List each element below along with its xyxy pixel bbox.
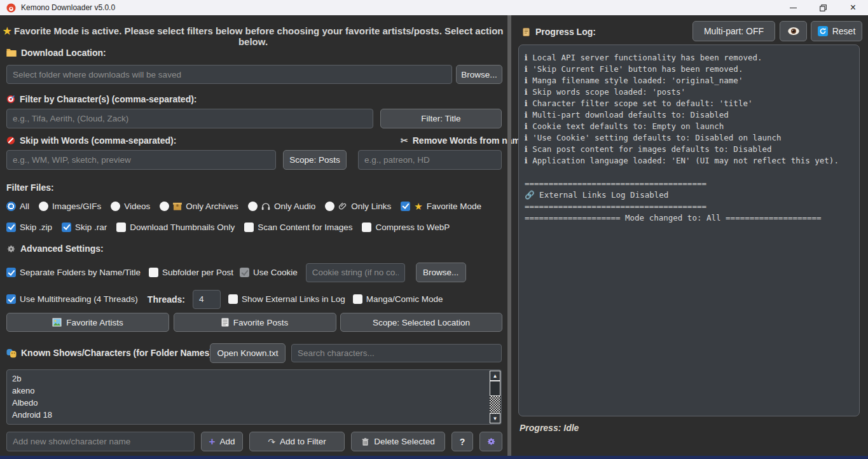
down-arrow-icon[interactable]: ▼	[490, 413, 500, 423]
browse-cookie-button[interactable]: Browse...	[416, 263, 466, 282]
scroll-icon	[521, 27, 531, 37]
add-to-filter-button[interactable]: ↷ Add to Filter	[249, 432, 345, 451]
headphones-icon	[261, 202, 270, 210]
checkbox-label: Skip .zip	[20, 223, 52, 232]
radio-only-links[interactable]: Only Links	[325, 202, 391, 211]
help-button[interactable]: ?	[451, 432, 473, 451]
star-icon: ★	[3, 25, 11, 36]
character-list[interactable]: 2bakenoAlbedoAndroid 18Android 21 ▲ ▼	[6, 369, 502, 425]
list-scrollbar[interactable]: ▲ ▼	[490, 371, 500, 423]
checkbox-skip-rar[interactable]: Skip .rar	[62, 223, 107, 232]
browse-download-button[interactable]: Browse...	[456, 65, 502, 84]
checkbox-use-cookie[interactable]: Use Cookie	[240, 268, 298, 277]
checkbox-download-thumbnails-only[interactable]: Download Thumbnails Only	[116, 223, 235, 232]
character-filter-input[interactable]	[6, 109, 373, 128]
cookie-string-input[interactable]	[306, 263, 405, 282]
scope-selected-location-button[interactable]: Scope: Selected Location	[340, 313, 502, 332]
delete-selected-button[interactable]: Delete Selected	[351, 432, 445, 451]
download-location-input[interactable]	[6, 65, 452, 84]
checkbox-indicator	[6, 268, 16, 277]
checkbox-indicator	[6, 294, 16, 304]
checkbox-manga-mode[interactable]: Manga/Comic Mode	[353, 294, 443, 304]
archive-box-icon	[173, 202, 182, 210]
window-title: Kemono Downloader v5.0.0	[21, 3, 115, 12]
up-arrow-icon[interactable]: ▲	[490, 371, 500, 381]
checkbox-compress-to-webp[interactable]: Compress to WebP	[362, 223, 450, 232]
radio-only-audio[interactable]: Only Audio	[248, 202, 315, 211]
checkbox-separate-folders[interactable]: Separate Folders by Name/Title	[6, 268, 141, 277]
list-item[interactable]: Albedo	[12, 397, 501, 409]
progress-log-output[interactable]: ℹ Local API server functionality has bee…	[518, 45, 860, 416]
checkbox-indicator	[62, 223, 71, 232]
radio-indicator	[39, 202, 48, 211]
checkbox-skip-zip[interactable]: Skip .zip	[6, 223, 52, 232]
settings-button[interactable]	[479, 432, 502, 451]
plus-icon: +	[209, 436, 216, 447]
bottom-bar: + Add ↷ Add to Filter Delete Selected ?	[6, 432, 502, 451]
radio-only-archives[interactable]: Only Archives	[160, 202, 238, 211]
checkbox-indicator	[353, 294, 362, 304]
list-item[interactable]: akeno	[12, 385, 501, 397]
gear-icon	[486, 437, 496, 446]
radio-label: Only Links	[351, 202, 391, 211]
radio-label: Videos	[124, 202, 150, 211]
threads-input[interactable]	[193, 290, 221, 309]
maximize-restore-icon	[820, 4, 827, 11]
remove-words-input[interactable]	[358, 150, 502, 170]
masks-icon	[6, 348, 17, 358]
add-button[interactable]: + Add	[201, 432, 243, 451]
known-characters-label: Known Shows/Characters (for Folder Names…	[6, 348, 216, 358]
trash-icon	[361, 437, 369, 446]
advanced-row-1: Separate Folders by Name/Title Subfolder…	[6, 263, 466, 282]
maximize-button[interactable]	[808, 0, 838, 15]
skip-words-label: Skip with Words (comma-separated):	[6, 135, 176, 146]
filter-files-checkbox-row: Skip .zipSkip .rarDownload Thumbnails On…	[6, 221, 450, 233]
filter-files-radio-row: AllImages/GIFsVideosOnly ArchivesOnly Au…	[6, 200, 481, 212]
open-known-txt-button[interactable]: Open Known.txt	[210, 343, 286, 363]
checkbox-indicator	[362, 223, 371, 232]
radio-videos[interactable]: Videos	[111, 202, 150, 211]
star-icon: ★	[414, 202, 422, 211]
skip-words-input[interactable]	[6, 150, 276, 170]
checkbox-indicator	[240, 268, 249, 277]
checkbox-subfolder-per-post[interactable]: Subfolder per Post	[149, 268, 233, 277]
favorite-mode-banner: ★ Favorite Mode is active. Please select…	[0, 25, 506, 47]
reset-button[interactable]: Reset	[811, 21, 862, 41]
minimize-button[interactable]	[778, 0, 808, 15]
checkbox-use-multithreading[interactable]: Use Multithreading (4 Threads)	[6, 294, 138, 304]
list-item[interactable]: Android 18	[12, 409, 501, 421]
reset-icon	[818, 26, 828, 36]
checkbox-indicator	[401, 202, 410, 211]
progress-status: Progress: Idle	[520, 423, 579, 433]
radio-images-gifs[interactable]: Images/GIFs	[39, 202, 101, 211]
close-button[interactable]: ×	[838, 0, 868, 15]
checkbox-favorite-mode[interactable]: ★Favorite Mode	[401, 202, 481, 211]
checkbox-label: Scan Content for Images	[258, 223, 352, 232]
panel-splitter[interactable]	[507, 15, 511, 459]
scrollbar-track[interactable]	[490, 396, 500, 413]
favorite-artists-button[interactable]: Favorite Artists	[6, 313, 169, 332]
list-item[interactable]: Android 21	[12, 421, 501, 425]
character-list-items: 2bakenoAlbedoAndroid 18Android 21	[7, 370, 501, 425]
skip-scope-button[interactable]: Scope: Posts	[283, 150, 347, 170]
radio-label: Only Archives	[186, 202, 238, 211]
list-item[interactable]: 2b	[12, 373, 501, 385]
checkbox-show-external-links[interactable]: Show External Links in Log	[228, 294, 345, 304]
document-icon	[221, 318, 229, 327]
multipart-toggle-button[interactable]: Multi-part: OFF	[692, 21, 775, 41]
radio-all[interactable]: All	[6, 202, 29, 211]
checkbox-scan-content-for-images[interactable]: Scan Content for Images	[244, 223, 352, 232]
search-characters-input[interactable]	[291, 344, 502, 362]
radio-label: Images/GIFs	[52, 202, 101, 211]
favorite-posts-button[interactable]: Favorite Posts	[174, 313, 336, 332]
filter-scope-button[interactable]: Filter: Title	[380, 109, 502, 128]
checkbox-indicator	[6, 223, 16, 232]
picture-icon	[52, 318, 62, 327]
checkbox-indicator	[116, 223, 126, 232]
titlebar: Kemono Downloader v5.0.0 ×	[0, 0, 868, 15]
radio-indicator	[160, 202, 169, 211]
scrollbar-thumb[interactable]	[490, 381, 500, 396]
add-character-input[interactable]	[6, 432, 195, 451]
checkbox-label: Download Thumbnails Only	[130, 223, 235, 232]
eye-button[interactable]	[780, 21, 807, 41]
